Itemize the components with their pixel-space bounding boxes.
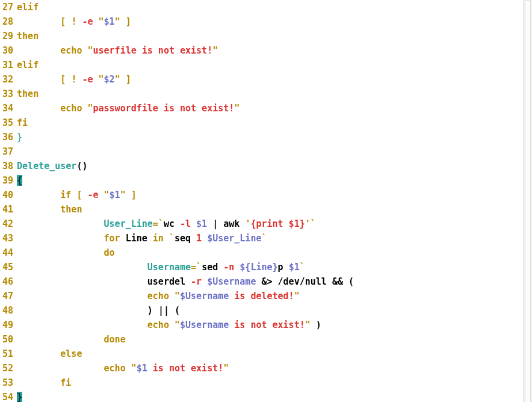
line-number: 50 — [2, 332, 13, 347]
token-pipe: | — [212, 218, 218, 229]
token-pipe: ( — [348, 276, 354, 287]
line-number: 52 — [2, 361, 13, 376]
token-kw: echo — [147, 320, 169, 330]
token-id: Username — [147, 262, 191, 273]
token-quote: " — [115, 74, 120, 85]
token-dash: -e — [87, 190, 98, 200]
code-line: then — [17, 202, 530, 217]
token-kw: do — [104, 247, 115, 258]
code-line: [ ! -e "$1" ] — [17, 14, 530, 29]
token-kw: then — [60, 204, 82, 215]
token-kw: if — [60, 190, 71, 200]
token-id: User_Line — [104, 218, 153, 229]
code-area[interactable]: elif [ ! -e "$1" ]then echo "userfile is… — [17, 0, 530, 402]
token-quote: " — [234, 103, 240, 114]
code-line — [17, 144, 530, 159]
code-line: Delete_user() — [17, 159, 530, 173]
code-line: elif — [17, 58, 530, 72]
token-dash: -r — [191, 276, 202, 287]
code-editor[interactable]: 2728293031323334353637383940414243444546… — [0, 0, 532, 402]
line-number: 36 — [2, 130, 13, 144]
token-brhlv: } — [17, 392, 22, 402]
token-quote: " — [175, 320, 180, 330]
token-cmd: wc — [164, 218, 175, 229]
token-pipe: ( — [175, 305, 180, 316]
line-number-gutter: 2728293031323334353637383940414243444546… — [2, 0, 17, 402]
token-dash: -l — [180, 218, 191, 229]
code-line: User_Line=`wc -l $1 | awk '{print $1}'` — [17, 217, 530, 231]
code-line: userdel -r $Username &> /dev/null && ( — [17, 274, 530, 289]
code-line: ) || ( — [17, 303, 530, 318]
token-kw: elif — [17, 2, 39, 13]
token-cmd: seq — [175, 233, 191, 244]
scrollbar-thumb[interactable] — [525, 0, 531, 402]
token-quote: " — [99, 74, 104, 85]
token-cmd: sed — [202, 262, 218, 273]
token-backtick: ` — [300, 262, 305, 273]
token-cmd: Line — [126, 233, 147, 244]
token-quote: " — [131, 363, 137, 374]
token-quote: " — [87, 103, 93, 114]
token-kw: else — [60, 348, 82, 359]
token-quote: " — [175, 291, 180, 302]
token-str: userfile is not exist! — [93, 45, 213, 56]
code-line: echo "$Username is not exist!" ) — [17, 318, 530, 332]
line-number: 31 — [2, 58, 13, 72]
token-quote: " — [294, 291, 300, 302]
code-line: [ ! -e "$2" ] — [17, 72, 530, 87]
vertical-scrollbar[interactable] — [523, 0, 532, 402]
token-kw: elif — [17, 60, 39, 70]
token-var: $1 — [104, 16, 115, 27]
token-kw: fi — [17, 117, 28, 128]
line-number: 35 — [2, 116, 13, 130]
line-number: 46 — [2, 274, 13, 289]
token-var: ${Line} — [240, 262, 277, 273]
line-number: 28 — [2, 14, 13, 29]
token-kw: echo — [60, 103, 82, 114]
code-line: then — [17, 87, 530, 101]
token-br: } — [17, 132, 22, 143]
token-var: $1 — [289, 262, 300, 273]
token-cmd: p — [278, 262, 283, 273]
token-var: $1 — [110, 190, 120, 200]
token-quote: " — [305, 320, 311, 330]
token-kw: then — [17, 31, 39, 42]
line-number: 32 — [2, 72, 13, 87]
token-var: $Username — [180, 291, 229, 302]
line-number: 45 — [2, 260, 13, 274]
token-kw: echo — [60, 45, 82, 56]
token-path: /dev/null — [278, 276, 327, 287]
token-pipe: ) — [316, 320, 321, 330]
token-fn: Delete_user — [17, 161, 76, 172]
token-kw: echo — [104, 363, 126, 374]
line-number: 30 — [2, 43, 13, 58]
token-op-gold: ] — [126, 16, 131, 27]
code-line: echo "$Username is deleted!" — [17, 289, 530, 303]
token-dash: -e — [82, 16, 93, 27]
line-number: 33 — [2, 87, 13, 101]
code-line: echo "passwordfile is not exist!" — [17, 101, 530, 116]
token-str: is not exist! — [147, 363, 223, 374]
line-number: 51 — [2, 347, 13, 361]
token-var: $User_Line — [207, 233, 261, 244]
token-op-gold: = — [191, 262, 196, 273]
token-cmd: userdel — [147, 276, 185, 287]
line-number: 43 — [2, 231, 13, 246]
line-number: 48 — [2, 303, 13, 318]
line-number: 34 — [2, 101, 13, 116]
token-pipe: ) — [147, 305, 153, 316]
token-quote: " — [87, 45, 93, 56]
line-number: 54 — [2, 390, 13, 402]
code-line: } — [17, 130, 530, 144]
token-pipe: || — [158, 305, 169, 316]
token-var: $Username — [207, 276, 256, 287]
code-line: echo "$1 is not exist!" — [17, 361, 530, 376]
token-kw: then — [17, 88, 39, 99]
line-number: 47 — [2, 289, 13, 303]
token-str: passwordfile is not exist! — [93, 103, 235, 114]
token-op-gold: ! — [71, 16, 76, 27]
token-quote: " — [99, 16, 104, 27]
token-dash: -n — [223, 262, 234, 273]
token-quote: ' — [305, 218, 311, 229]
code-line: fi — [17, 116, 530, 130]
